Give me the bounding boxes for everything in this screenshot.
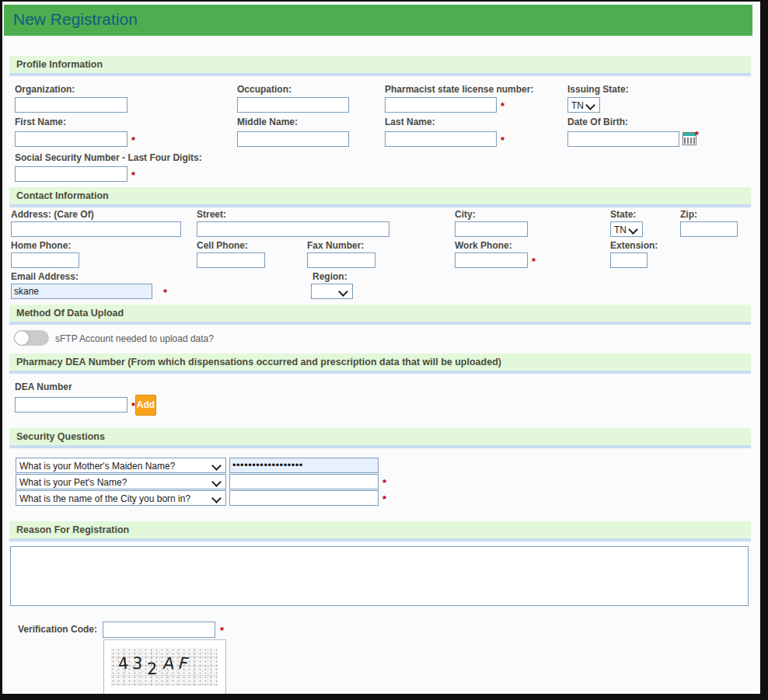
cell-phone-input[interactable]: [197, 252, 265, 268]
last-name-input[interactable]: [385, 131, 497, 147]
city-label: City:: [455, 209, 476, 220]
section-header-contact: Contact Information: [9, 187, 751, 207]
region-label: Region:: [312, 271, 347, 282]
work-phone-label: Work Phone:: [455, 240, 512, 251]
sftp-toggle[interactable]: [14, 330, 49, 346]
chevron-down-icon: [211, 477, 222, 487]
dob-required-marker: *: [695, 130, 699, 140]
section-title-security: Security Questions: [16, 431, 105, 442]
organization-label: Organization:: [15, 84, 75, 95]
dob-input[interactable]: [567, 131, 679, 147]
security-question-2-value: What is your Pet's Name?: [19, 477, 127, 488]
dea-number-input[interactable]: [15, 397, 127, 413]
state-value: TN: [614, 225, 627, 235]
occupation-input[interactable]: [237, 97, 349, 113]
issuing-state-select[interactable]: TN: [567, 97, 600, 113]
license-required-marker: *: [501, 101, 504, 111]
home-phone-input[interactable]: [11, 252, 79, 268]
security-answer-2-required-marker: *: [382, 478, 386, 488]
security-question-3-value: What is the name of the City you born in…: [19, 493, 190, 504]
care-of-label: Address: (Care Of): [11, 209, 94, 220]
ssn-required-marker: *: [131, 170, 135, 180]
section-header-profile: Profile Information: [9, 56, 751, 76]
last-name-required-marker: *: [501, 135, 504, 145]
captcha-image: 4 3 2 A F: [110, 648, 218, 685]
dob-label: Date Of Birth:: [567, 117, 628, 127]
section-header-dea: Pharmacy DEA Number (From which dispensa…: [9, 353, 751, 374]
occupation-label: Occupation:: [237, 84, 291, 95]
chevron-down-icon: [628, 225, 638, 235]
captcha-box: 4 3 2 A F: [103, 639, 226, 694]
security-question-2-select[interactable]: What is your Pet's Name?: [16, 474, 226, 489]
first-name-label: First Name:: [15, 117, 66, 127]
verification-code-input[interactable]: [103, 622, 215, 638]
section-header-reason: Reason For Registration: [9, 521, 751, 542]
email-required-marker: *: [163, 287, 167, 298]
cell-phone-label: Cell Phone:: [197, 240, 248, 251]
middle-name-input[interactable]: [237, 131, 349, 147]
extension-input[interactable]: [610, 252, 648, 268]
email-input[interactable]: [11, 284, 152, 299]
fax-label: Fax Number:: [307, 240, 364, 251]
street-input[interactable]: [197, 221, 389, 237]
first-name-required-marker: *: [131, 135, 135, 145]
zip-input[interactable]: [680, 221, 738, 237]
chevron-down-icon: [585, 100, 595, 110]
security-question-3-select[interactable]: What is the name of the City you born in…: [16, 490, 226, 506]
issuing-state-value: TN: [571, 100, 584, 111]
page-title: New Registration: [13, 10, 138, 29]
security-question-1-select[interactable]: What is your Mother's Maiden Name?: [16, 458, 226, 473]
license-input[interactable]: [385, 97, 497, 113]
section-title-dea: Pharmacy DEA Number (From which dispensa…: [16, 357, 501, 367]
work-phone-input[interactable]: [455, 252, 528, 268]
work-phone-required-marker: *: [532, 256, 536, 266]
security-answer-3-input[interactable]: [229, 490, 379, 506]
section-title-reason: Reason For Registration: [16, 524, 129, 535]
section-header-security: Security Questions: [9, 428, 751, 448]
security-question-1-value: What is your Mother's Maiden Name?: [19, 461, 175, 472]
chevron-down-icon: [338, 287, 348, 297]
security-answer-2-input[interactable]: [229, 474, 379, 489]
street-label: Street:: [197, 209, 226, 220]
city-input[interactable]: [455, 221, 528, 237]
verification-required-marker: *: [220, 625, 224, 636]
email-label: Email Address:: [11, 271, 79, 282]
organization-input[interactable]: [15, 97, 127, 113]
captcha-text: 4 3 2 A F: [118, 654, 188, 673]
care-of-input[interactable]: [11, 221, 181, 237]
ssn-input[interactable]: [15, 166, 127, 182]
security-answer-3-required-marker: *: [382, 494, 386, 504]
home-phone-label: Home Phone:: [11, 240, 71, 251]
last-name-label: Last Name:: [385, 117, 435, 127]
fax-input[interactable]: [307, 252, 375, 268]
extension-label: Extension:: [610, 240, 658, 251]
chevron-down-icon: [211, 493, 222, 503]
toggle-knob-icon: [15, 331, 29, 345]
state-select[interactable]: TN: [610, 221, 643, 237]
section-header-upload: Method Of Data Upload: [9, 305, 751, 325]
license-label: Pharmacist state license number:: [385, 84, 533, 95]
state-label: State:: [610, 209, 636, 220]
dea-number-label: DEA Number: [15, 381, 72, 392]
section-title-upload: Method Of Data Upload: [16, 308, 124, 319]
region-select[interactable]: [311, 284, 353, 299]
security-answer-1-input[interactable]: ••••••••••••••••••: [229, 458, 379, 473]
zip-label: Zip:: [680, 209, 697, 220]
sftp-toggle-label: sFTP Account needed to upload data?: [55, 333, 214, 344]
section-title-contact: Contact Information: [16, 190, 109, 201]
issuing-state-label: Issuing State:: [567, 84, 629, 95]
add-button[interactable]: Add: [135, 395, 156, 416]
middle-name-label: Middle Name:: [237, 117, 298, 127]
section-title-profile: Profile Information: [16, 59, 103, 70]
first-name-input[interactable]: [15, 131, 127, 147]
ssn-label: Social Security Number - Last Four Digit…: [15, 152, 202, 163]
title-bar: New Registration: [4, 5, 752, 36]
chevron-down-icon: [211, 461, 222, 471]
reason-textarea[interactable]: [10, 546, 749, 606]
registration-page: New Registration Profile Information Org…: [2, 2, 760, 694]
verification-code-label: Verification Code:: [18, 624, 97, 635]
